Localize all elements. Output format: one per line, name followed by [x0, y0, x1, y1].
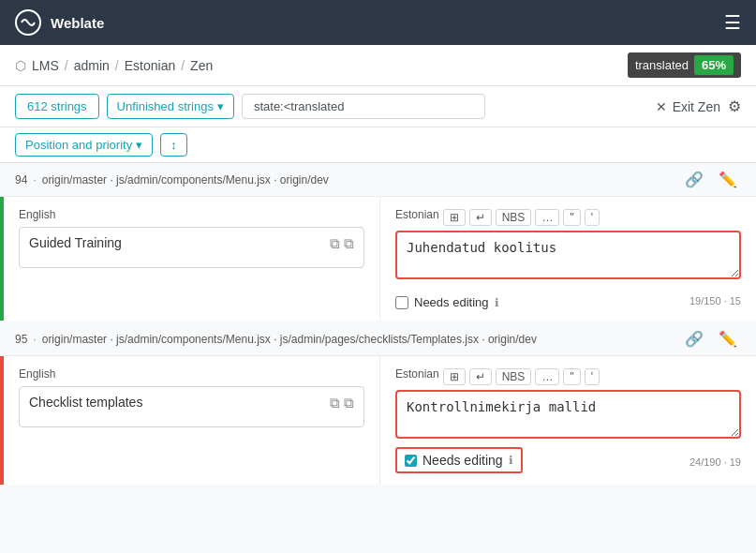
- char-count-1: 19/150 · 15: [689, 295, 741, 306]
- breadcrumb-home-icon: ⬡: [15, 58, 26, 73]
- string-row-header-2: 95 · origin/master · js/admin/components…: [0, 322, 756, 356]
- breadcrumb-zen[interactable]: Zen: [190, 58, 213, 73]
- filter-toolbar: 612 strings Unfinished strings ▾ state:<…: [0, 86, 756, 127]
- row-actions-2: 🔗 ✏️: [681, 328, 741, 350]
- target-lang-2: Estonian: [395, 367, 439, 381]
- string-path-2: origin/master · js/admin/components/Menu…: [42, 333, 537, 346]
- card-right-1: Estonian ⊞ ↵ NBS … " ' Juhendatud koolit…: [380, 197, 756, 321]
- link-icon-1[interactable]: 🔗: [681, 169, 707, 190]
- needs-editing-info-icon-2[interactable]: ℹ: [509, 454, 513, 467]
- est-tool-copy-2[interactable]: ⊞: [443, 368, 466, 385]
- sort-toolbar: Position and priority ▾ ↕: [0, 127, 756, 163]
- source-lang-2: English: [19, 367, 364, 381]
- all-strings-button[interactable]: 612 strings: [15, 94, 99, 119]
- est-tool-copy-1[interactable]: ⊞: [443, 209, 466, 226]
- source-text-2: Checklist templates: [29, 395, 142, 410]
- hamburger-menu-icon[interactable]: ☰: [724, 11, 741, 34]
- unfinished-strings-dropdown[interactable]: Unfinished strings ▾: [107, 94, 234, 119]
- edit-icon-1[interactable]: ✏️: [715, 169, 741, 190]
- dropdown-arrow-icon: ▾: [217, 99, 224, 113]
- unfinished-label: Unfinished strings: [117, 99, 214, 113]
- state-filter-display: state:<translated: [242, 94, 485, 119]
- link-icon-2[interactable]: 🔗: [681, 328, 707, 350]
- breadcrumb-admin[interactable]: admin: [74, 58, 110, 73]
- needs-editing-checkbox-1[interactable]: [395, 296, 408, 309]
- filter-settings-icon[interactable]: ⚙: [728, 97, 741, 115]
- translated-label: translated: [635, 58, 689, 72]
- est-tool-dots-2[interactable]: …: [535, 368, 559, 385]
- needs-editing-checkbox-2[interactable]: [405, 455, 417, 467]
- source-text-box-1: Guided Training ⧉ ⧉: [19, 227, 364, 268]
- est-tool-enter-1[interactable]: ↵: [469, 209, 492, 226]
- breadcrumb-estonian[interactable]: Estonian: [125, 58, 175, 73]
- top-nav: Weblate ☰: [0, 0, 756, 45]
- source-lang-1: English: [19, 208, 364, 221]
- copy-source-icon-2[interactable]: ⧉: [330, 395, 340, 411]
- source-text-1: Guided Training: [29, 235, 122, 250]
- needs-editing-row-1: Needs editing ℹ: [395, 295, 499, 309]
- position-priority-button[interactable]: Position and priority ▾: [15, 133, 153, 157]
- translation-card-1: English Guided Training ⧉ ⧉ Estonian ⊞ ↵…: [0, 197, 756, 321]
- copy-source-icon-1[interactable]: ⧉: [330, 235, 340, 252]
- translated-percent: 65%: [694, 55, 734, 75]
- est-toolbar-1: Estonian ⊞ ↵ NBS … " ': [395, 208, 741, 227]
- edit-icon-2[interactable]: ✏️: [715, 328, 741, 350]
- dropdown-arrow-icon: ▾: [136, 138, 142, 152]
- breadcrumb-bar: ⬡ LMS / admin / Estonian / Zen translate…: [0, 45, 756, 86]
- target-lang-1: Estonian: [395, 208, 439, 221]
- sort-order-button[interactable]: ↕: [160, 133, 187, 157]
- card-left-2: English Checklist templates ⧉ ⧉: [4, 356, 380, 485]
- card-right-2: Estonian ⊞ ↵ NBS … " ' Kontrollnimekirja…: [380, 356, 756, 485]
- est-tool-quote-close-1[interactable]: ': [585, 209, 600, 226]
- est-tool-quote-open-1[interactable]: ": [563, 209, 580, 226]
- nav-left: Weblate: [15, 9, 104, 36]
- needs-editing-info-icon-1[interactable]: ℹ: [495, 296, 499, 309]
- string-meta-1: 94 · origin/master · js/admin/components…: [15, 173, 329, 187]
- sort-order-icon: ↕: [170, 138, 177, 152]
- char-count-2: 24/190 · 19: [689, 456, 741, 468]
- weblate-logo-text: Weblate: [51, 15, 104, 31]
- string-row-header-1: 94 · origin/master · js/admin/components…: [0, 163, 756, 197]
- exit-zen-button[interactable]: ✕ Exit Zen: [656, 99, 720, 114]
- needs-editing-label-1: Needs editing: [414, 295, 489, 309]
- translation-input-2[interactable]: Kontrollnimekirja mallid: [395, 390, 741, 439]
- string-path-1: origin/master · js/admin/components/Menu…: [42, 173, 329, 187]
- string-id-1: 94: [15, 173, 27, 187]
- copy-icon-1b[interactable]: ⧉: [344, 235, 354, 252]
- string-meta-2: 95 · origin/master · js/admin/components…: [15, 333, 537, 346]
- translated-badge: translated 65%: [628, 52, 741, 78]
- needs-editing-label-2: Needs editing: [422, 453, 503, 468]
- card-left-1: English Guided Training ⧉ ⧉: [4, 197, 380, 321]
- est-toolbar-2: Estonian ⊞ ↵ NBS … " ': [395, 367, 741, 386]
- est-tool-quote-open-2[interactable]: ": [563, 368, 580, 385]
- row-actions-1: 🔗 ✏️: [681, 169, 741, 190]
- string-id-2: 95: [15, 333, 27, 346]
- breadcrumb-lms[interactable]: LMS: [32, 58, 59, 73]
- exit-zen-label: Exit Zen: [673, 99, 720, 114]
- translation-card-2: English Checklist templates ⧉ ⧉ Estonian…: [0, 356, 756, 485]
- est-tool-nbs-1[interactable]: NBS: [496, 209, 532, 226]
- est-tool-quote-close-2[interactable]: ': [585, 368, 600, 385]
- weblate-logo-icon: [15, 9, 41, 36]
- needs-editing-row-2: Needs editing ℹ: [395, 447, 523, 473]
- translation-input-1[interactable]: Juhendatud koolitus: [395, 231, 741, 279]
- est-tool-enter-2[interactable]: ↵: [469, 368, 492, 385]
- source-text-box-2: Checklist templates ⧉ ⧉: [19, 386, 364, 427]
- copy-icon-2b[interactable]: ⧉: [344, 395, 354, 411]
- position-priority-label: Position and priority: [25, 138, 132, 152]
- est-tool-nbs-2[interactable]: NBS: [496, 368, 532, 385]
- est-tool-dots-1[interactable]: …: [535, 209, 559, 226]
- close-icon: ✕: [656, 99, 667, 114]
- breadcrumb: ⬡ LMS / admin / Estonian / Zen: [15, 58, 213, 73]
